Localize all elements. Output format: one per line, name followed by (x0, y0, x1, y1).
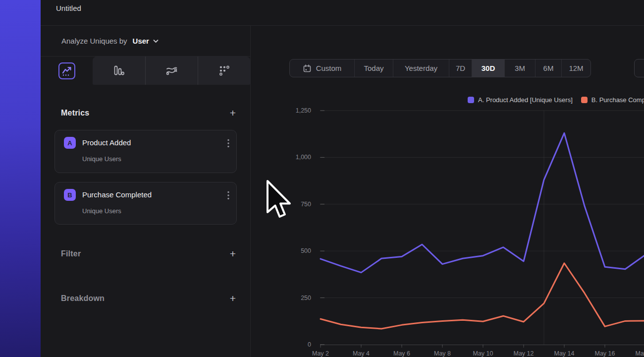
tab-line-chart[interactable] (41, 57, 93, 85)
dots-funnel-icon (218, 64, 231, 77)
chart-type-tab-group (93, 57, 250, 85)
analyze-row: Analyze Uniques by User (41, 26, 250, 57)
add-metric-button[interactable]: + (230, 108, 237, 118)
metric-card-a[interactable]: A Product Added Unique Users (54, 130, 237, 173)
metric-options-icon[interactable] (227, 191, 229, 200)
metric-card-b[interactable]: B Purchase Completed Unique Users (54, 182, 237, 225)
metric-title: Purchase Completed (82, 189, 152, 201)
metric-subtitle[interactable]: Unique Users (82, 155, 121, 163)
metric-subtitle[interactable]: Unique Users (82, 207, 121, 215)
query-sidebar: Analyze Uniques by User (41, 26, 251, 357)
analyze-label: Analyze Uniques by (61, 37, 127, 45)
filter-section-header: Filter + (61, 246, 237, 261)
tab-bar-chart[interactable] (93, 57, 145, 85)
top-bar: Untitled (41, 0, 644, 26)
metrics-section-header: Metrics + (61, 106, 237, 120)
filter-section-title: Filter (61, 249, 81, 258)
chart-panel: Custom Today Yesterday 7D 30D 3M 6M 12M … (251, 26, 644, 357)
report-title[interactable]: Untitled (56, 0, 81, 25)
add-filter-button[interactable]: + (230, 249, 237, 259)
line-chart-icon (58, 62, 75, 79)
line-chart[interactable] (251, 26, 644, 357)
chart-type-tabstrip (41, 57, 250, 85)
series-line-b[interactable] (321, 263, 644, 329)
page-gradient-strip (0, 0, 41, 357)
metric-badge-b: B (64, 189, 76, 201)
stream-flow-icon (165, 64, 178, 77)
add-breakdown-button[interactable]: + (230, 294, 237, 303)
metric-badge-a: A (64, 137, 76, 149)
tab-retention[interactable] (198, 57, 250, 85)
bar-chart-icon (112, 64, 125, 77)
chevron-down-icon[interactable] (153, 39, 159, 43)
metrics-section-title: Metrics (61, 109, 89, 118)
breakdown-section-title: Breakdown (61, 294, 105, 303)
metric-options-icon[interactable] (227, 139, 229, 148)
metric-title: Product Added (82, 137, 131, 149)
tab-stream[interactable] (145, 57, 198, 85)
breakdown-section-header: Breakdown + (61, 291, 237, 306)
analyze-entity-dropdown[interactable]: User (133, 37, 149, 45)
series-line-a[interactable] (321, 133, 644, 272)
